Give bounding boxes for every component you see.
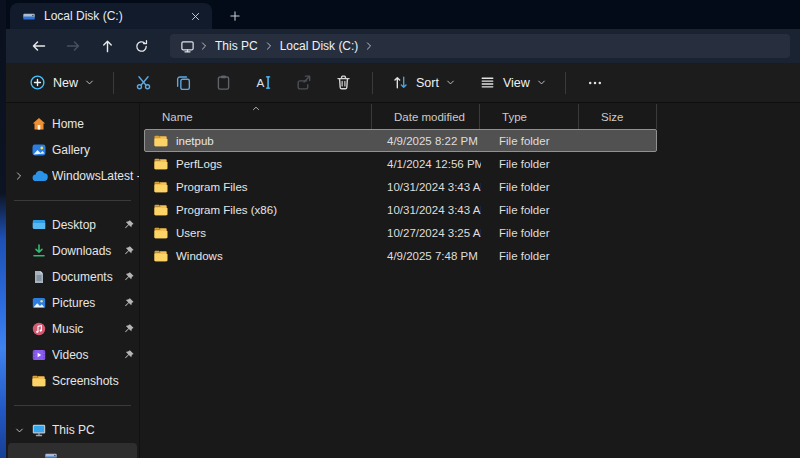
navigation-pane: HomeGalleryWindowsLatest - PeDesktopDown…: [6, 103, 139, 458]
sidebar-item-label: Documents: [52, 270, 117, 284]
expand-chevron[interactable]: [12, 171, 26, 181]
file-row-users[interactable]: Users10/27/2024 3:25 AMFile folder: [144, 221, 657, 244]
column-header-name[interactable]: Name: [140, 104, 372, 129]
breadcrumb-item[interactable]: Local Disk (C:): [274, 39, 365, 53]
sidebar-item-windowslatest-pe[interactable]: WindowsLatest - Pe: [6, 163, 139, 189]
folder-icon: [153, 133, 169, 149]
sidebar-item-label: Videos: [52, 348, 117, 362]
file-name: PerfLogs: [176, 158, 222, 170]
file-row-inetpub[interactable]: inetpub4/9/2025 8:22 PMFile folder: [144, 129, 657, 152]
file-type: File folder: [481, 245, 580, 266]
view-button[interactable]: View: [470, 68, 555, 97]
refresh-button[interactable]: [124, 32, 158, 60]
up-button[interactable]: [90, 32, 124, 60]
pin-icon: [121, 245, 137, 257]
breadcrumb-item[interactable]: This PC: [209, 39, 264, 53]
file-date-modified: 10/31/2024 3:43 AM: [373, 176, 481, 197]
refresh-icon: [134, 39, 149, 54]
sidebar-item-screenshots[interactable]: Screenshots: [6, 368, 139, 394]
sidebar-item-gallery[interactable]: Gallery: [6, 137, 139, 163]
drive-icon: [22, 9, 36, 23]
file-row-program-files[interactable]: Program Files10/31/2024 3:43 AMFile fold…: [144, 175, 657, 198]
tab-local-disk[interactable]: Local Disk (C:): [10, 3, 212, 29]
sort-button-label: Sort: [416, 76, 439, 90]
share-icon: [295, 74, 312, 91]
copy-button[interactable]: [164, 68, 202, 98]
address-bar[interactable]: This PCLocal Disk (C:): [170, 34, 790, 58]
sidebar-item-home[interactable]: Home: [6, 111, 139, 137]
close-icon: [190, 11, 201, 22]
folder-icon: [31, 373, 47, 389]
chevron-down-icon: [85, 78, 94, 87]
more-options-button[interactable]: [576, 68, 614, 98]
new-button[interactable]: New: [20, 68, 103, 97]
back-button[interactable]: [22, 32, 56, 60]
videos-icon: [31, 347, 47, 363]
sidebar-item-label: Home: [52, 117, 139, 131]
sidebar-item-this-pc[interactable]: This PC: [6, 417, 139, 443]
view-button-label: View: [503, 76, 530, 90]
sidebar-item-label: Desktop: [52, 218, 117, 232]
file-row-program-files-x86[interactable]: Program Files (x86)10/31/2024 3:43 AMFil…: [144, 198, 657, 221]
forward-button[interactable]: [56, 32, 90, 60]
sidebar-item-label: Gallery: [52, 143, 139, 157]
sidebar-item-downloads[interactable]: Downloads: [6, 238, 139, 264]
file-type: File folder: [481, 130, 580, 151]
column-header-label: Type: [502, 111, 527, 123]
sidebar-item-documents[interactable]: Documents: [6, 264, 139, 290]
file-row-windows[interactable]: Windows4/9/2025 7:48 PMFile folder: [144, 244, 657, 267]
tab-title: Local Disk (C:): [44, 9, 178, 23]
column-header-type[interactable]: Type: [480, 104, 579, 129]
file-name: Program Files: [176, 181, 248, 193]
chevron-down-icon: [15, 426, 24, 435]
new-tab-button[interactable]: [222, 3, 248, 29]
sidebar-item-label: Screenshots: [52, 374, 139, 388]
file-name: inetpub: [176, 135, 214, 147]
file-size: [580, 245, 654, 266]
expand-chevron[interactable]: [12, 426, 26, 435]
desktop-icon: [31, 217, 47, 233]
file-type: File folder: [481, 176, 580, 197]
file-list-pane: NameDate modifiedTypeSize inetpub4/9/202…: [139, 103, 800, 458]
sidebar-divider: [14, 200, 131, 201]
folder-icon: [153, 179, 169, 195]
pin-icon: [121, 349, 137, 361]
sidebar-item-music[interactable]: Music: [6, 316, 139, 342]
file-row-perflogs[interactable]: PerfLogs4/1/2024 12:56 PMFile folder: [144, 152, 657, 175]
pictures-icon: [31, 295, 47, 311]
file-type: File folder: [481, 199, 580, 220]
sidebar-item-desktop[interactable]: Desktop: [6, 212, 139, 238]
thispc-icon: [31, 422, 47, 438]
trash-icon: [335, 74, 352, 91]
file-size: [580, 199, 654, 220]
file-date-modified: 4/9/2025 8:22 PM: [373, 130, 481, 151]
rename-button[interactable]: A: [244, 68, 282, 98]
column-header-label: Size: [601, 111, 623, 123]
pin-icon: [121, 271, 137, 283]
column-header-date-modified[interactable]: Date modified: [372, 104, 480, 129]
column-headers: NameDate modifiedTypeSize: [140, 104, 800, 129]
circle-plus-icon: [29, 74, 46, 91]
sort-button[interactable]: Sort: [383, 68, 464, 97]
file-size: [580, 176, 654, 197]
up-icon: [100, 39, 115, 54]
music-icon: [31, 321, 47, 337]
cut-button[interactable]: [124, 68, 162, 98]
file-rows: inetpub4/9/2025 8:22 PMFile folderPerfLo…: [144, 129, 800, 267]
toolbar-divider: [372, 72, 373, 94]
share-button[interactable]: [284, 68, 322, 98]
paste-button[interactable]: [204, 68, 242, 98]
delete-button[interactable]: [324, 68, 362, 98]
gallery-icon: [31, 142, 47, 158]
back-icon: [31, 38, 47, 54]
downloads-icon: [31, 243, 47, 259]
column-header-size[interactable]: Size: [579, 104, 657, 129]
pin-icon: [121, 323, 137, 335]
pin-icon: [121, 219, 137, 231]
sidebar-item-videos[interactable]: Videos: [6, 342, 139, 368]
sidebar-item-pictures[interactable]: Pictures: [6, 290, 139, 316]
sidebar-item-partial[interactable]: [8, 443, 137, 458]
close-tab-button[interactable]: [186, 7, 204, 25]
drive-icon: [44, 449, 58, 458]
file-size: [580, 153, 654, 174]
